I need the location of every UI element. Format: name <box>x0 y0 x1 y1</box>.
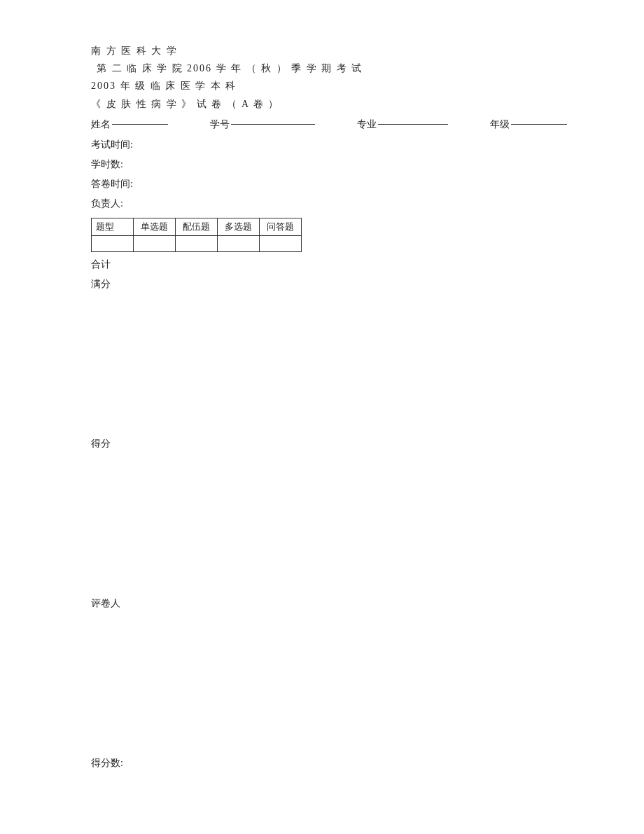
table-cell-matching: 配伍题 <box>176 218 218 235</box>
grade-item: 年级 <box>490 118 567 131</box>
defen-section: 得分 <box>91 434 644 454</box>
id-underline <box>231 124 315 125</box>
exam-time-line: 考试时间: <box>91 135 644 155</box>
answer-time-line: 答卷时间: <box>91 174 644 194</box>
total-line: 合计 <box>91 255 644 274</box>
table-cell-empty4 <box>260 235 302 251</box>
totals-section: 合计 满分 <box>91 255 644 294</box>
name-item: 姓名 <box>91 118 168 131</box>
table-cell-empty1 <box>134 235 176 251</box>
defenshu-section: 得分数: <box>91 753 644 773</box>
id-item: 学号 <box>210 118 315 131</box>
major-item: 专业 <box>357 118 448 131</box>
name-underline <box>112 124 168 125</box>
grade-underline <box>511 124 567 125</box>
page: 南 方 医 科 大 学 第 二 临 床 学 院 2006 学 年 （ 秋 ） 季… <box>0 0 644 834</box>
table-cell-multiple: 多选题 <box>218 218 260 235</box>
pingjuan-label: 评卷人 <box>91 594 644 613</box>
full-score-line: 满分 <box>91 274 644 294</box>
major-underline <box>378 124 448 125</box>
table-cell-title: 题型 <box>92 218 134 235</box>
table-cell-empty3 <box>218 235 260 251</box>
table-row-header: 题型 单选题 配伍题 多选题 问答题 <box>92 218 302 235</box>
responsible-line: 负责人: <box>91 194 644 214</box>
study-hours-line: 学时数: <box>91 155 644 174</box>
header-section: 南 方 医 科 大 学 第 二 临 床 学 院 2006 学 年 （ 秋 ） 季… <box>91 42 644 113</box>
header-line2: 第 二 临 床 学 院 2006 学 年 （ 秋 ） 季 学 期 考 试 <box>91 60 644 77</box>
meta-block: 考试时间: 学时数: 答卷时间: 负责人: <box>91 135 644 214</box>
table-cell-empty2 <box>176 235 218 251</box>
table-cell-single: 单选题 <box>134 218 176 235</box>
defenshu-label: 得分数: <box>91 753 644 773</box>
header-line4: 《 皮 肤 性 病 学 》 试 卷 （ A 卷 ） <box>91 95 644 113</box>
header-line3: 2003 年 级 临 床 医 学 本 科 <box>91 77 644 95</box>
score-table-section: 题型 单选题 配伍题 多选题 问答题 <box>91 218 644 252</box>
info-row: 姓名 学号 专业 年级 <box>91 118 644 131</box>
id-label: 学号 <box>210 118 230 131</box>
header-line1: 南 方 医 科 大 学 <box>91 42 644 60</box>
table-cell-empty-label <box>92 235 134 251</box>
name-label: 姓名 <box>91 118 111 131</box>
grade-label: 年级 <box>490 118 510 131</box>
pingjuan-section: 评卷人 <box>91 594 644 613</box>
table-cell-qa: 问答题 <box>260 218 302 235</box>
defen-label: 得分 <box>91 434 644 454</box>
table-row-empty1 <box>92 235 302 251</box>
major-label: 专业 <box>357 118 377 131</box>
score-table: 题型 单选题 配伍题 多选题 问答题 <box>91 218 302 252</box>
